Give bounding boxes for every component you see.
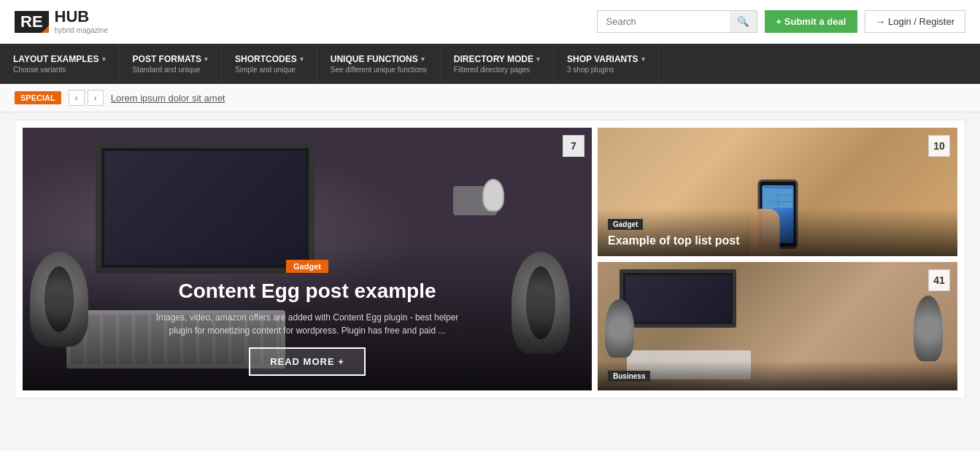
- post-count-badge: 7: [563, 135, 584, 157]
- nav-sub-layout-examples: Choose variants: [13, 66, 106, 74]
- chevron-down-icon: ▾: [300, 55, 304, 63]
- featured-large-post[interactable]: 7 Gadget Content Egg post example Images…: [23, 128, 592, 390]
- main-content: 7 Gadget Content Egg post example Images…: [0, 112, 980, 406]
- nav-sub-shortcodes: Simple and unique: [235, 66, 304, 74]
- logo-re: RE: [15, 11, 49, 33]
- featured-grid: 7 Gadget Content Egg post example Images…: [15, 120, 965, 398]
- post-excerpt: Images, video, amazon offers are added w…: [154, 311, 460, 337]
- card-overlay-1: Gadget Example of top list post: [598, 209, 957, 256]
- nav-label-shortcodes: SHORTCODES ▾: [235, 54, 304, 64]
- search-button[interactable]: 🔍: [730, 10, 757, 33]
- featured-right-column: 10 Gadget Example of top list post: [598, 128, 957, 390]
- card-count-badge-2: 41: [928, 269, 950, 291]
- login-register-button[interactable]: → Login / Register: [865, 10, 965, 33]
- nav-sub-directory-mode: Filtered directory pages: [454, 66, 540, 74]
- header-actions: 🔍 + Submit a deal → Login / Register: [597, 10, 965, 33]
- nav-item-shortcodes[interactable]: SHORTCODES ▾ Simple and unique: [222, 44, 317, 84]
- post-category: Gadget: [286, 260, 328, 273]
- logo-hub-text: HUB: [55, 7, 90, 26]
- ticker-bar: SPECIAL ‹ › Lorem ipsum dolor sit amet: [0, 84, 980, 112]
- card-category-1: Gadget: [608, 219, 643, 230]
- search-icon: 🔍: [737, 16, 749, 27]
- card-top-list-post[interactable]: 10 Gadget Example of top list post: [598, 128, 957, 256]
- chevron-down-icon: ▾: [536, 55, 540, 63]
- post-title-large: Content Egg post example: [40, 279, 574, 304]
- ticker-next-button[interactable]: ›: [88, 90, 104, 106]
- card-overlay-2: Business: [598, 361, 957, 390]
- chevron-down-icon: ▾: [204, 55, 208, 63]
- card-category-2: Business: [608, 371, 650, 382]
- card-count-badge-1: 10: [928, 135, 950, 157]
- nav-item-layout-examples[interactable]: LAYOUT EXAMPLES ▾ Choose variants: [0, 44, 120, 84]
- submit-deal-button[interactable]: + Submit a deal: [765, 10, 858, 33]
- header: RE HUB hybrid magazine 🔍 + Submit a deal…: [0, 0, 980, 44]
- logo[interactable]: RE HUB hybrid magazine: [15, 9, 108, 34]
- logo-tagline: hybrid magazine: [55, 26, 108, 34]
- card-business-post[interactable]: 41 Business: [598, 262, 957, 390]
- special-badge: SPECIAL: [15, 91, 61, 104]
- nav-label-post-formats: POST FORMATS ▾: [133, 54, 208, 64]
- chevron-down-icon: ▾: [421, 55, 425, 63]
- ticker-text[interactable]: Lorem ipsum dolor sit amet: [111, 93, 225, 104]
- nav-item-directory-mode[interactable]: DIRECTORY MODE ▾ Filtered directory page…: [441, 44, 554, 84]
- ticker-prev-button[interactable]: ‹: [69, 90, 85, 106]
- nav-label-directory-mode: DIRECTORY MODE ▾: [454, 54, 540, 64]
- nav-label-shop-variants: SHOP VARIANTS ▾: [567, 54, 645, 64]
- nav-sub-unique-functions: See different unique functions: [331, 66, 427, 74]
- chevron-down-icon: ▾: [641, 55, 645, 63]
- search-wrap: 🔍: [597, 10, 757, 33]
- nav-item-post-formats[interactable]: POST FORMATS ▾ Standard and unique: [120, 44, 222, 84]
- logo-hub-wrap: HUB hybrid magazine: [55, 9, 108, 34]
- nav-sub-shop-variants: 3 shop plugins: [567, 66, 645, 74]
- main-nav: LAYOUT EXAMPLES ▾ Choose variants POST F…: [0, 44, 980, 84]
- ticker-nav: ‹ ›: [69, 90, 104, 106]
- mouse: [482, 179, 504, 212]
- nav-item-shop-variants[interactable]: SHOP VARIANTS ▾ 3 shop plugins: [554, 44, 659, 84]
- nav-item-unique-functions[interactable]: UNIQUE FUNCTIONS ▾ See different unique …: [317, 44, 441, 84]
- read-more-button[interactable]: READ MORE +: [249, 347, 366, 376]
- nav-label-layout-examples: LAYOUT EXAMPLES ▾: [13, 54, 106, 64]
- nav-label-unique-functions: UNIQUE FUNCTIONS ▾: [331, 54, 427, 64]
- card-title-1: Example of top list post: [608, 234, 947, 247]
- featured-overlay: Gadget Content Egg post example Images, …: [23, 245, 592, 390]
- chevron-down-icon: ▾: [102, 55, 106, 63]
- nav-sub-post-formats: Standard and unique: [133, 66, 208, 74]
